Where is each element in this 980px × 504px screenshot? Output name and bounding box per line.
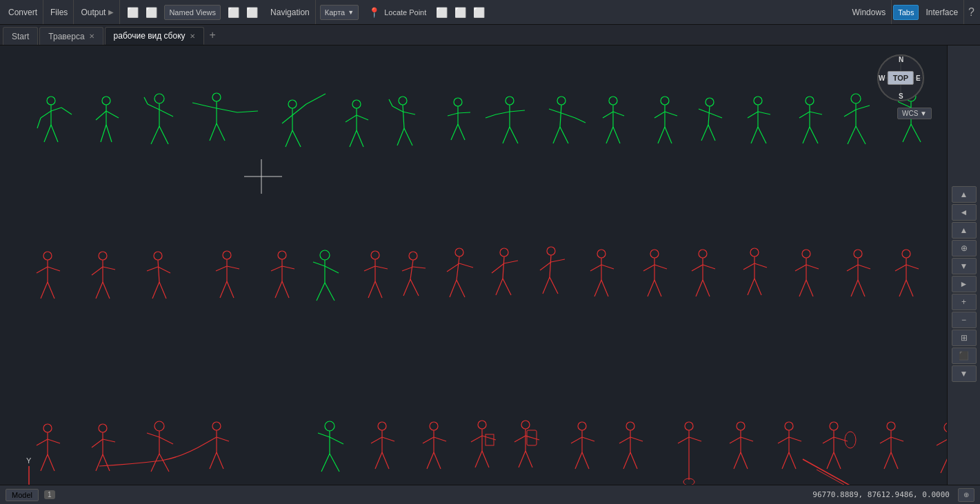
- svg-text:N: N: [899, 56, 903, 63]
- toolbar-icon-6[interactable]: ⬜: [452, 6, 469, 19]
- scroll-down-button[interactable]: ▼: [952, 365, 977, 382]
- svg-text:Y: Y: [26, 456, 32, 465]
- toolbar-icon-5[interactable]: ⬜: [433, 6, 450, 19]
- grid-toggle-button[interactable]: ⊞: [952, 330, 977, 346]
- right-toolbar: ▲ ◄ ▲ ⊕ ▼ ► + − ⊞ ⬛ ▼: [947, 46, 980, 485]
- add-tab-button[interactable]: +: [206, 29, 220, 41]
- svg-text:W: W: [879, 74, 886, 82]
- toolbar-icon-7[interactable]: ⬜: [470, 6, 488, 19]
- toolbar-windows-label: Windows: [852, 8, 886, 17]
- cad-viewport[interactable]: X Y N S E W TOP WCS ▼: [0, 46, 980, 485]
- toolbar-files-label: Files: [50, 8, 68, 17]
- toolbar-convert-label: Convert: [8, 8, 37, 17]
- tabs-btn[interactable]: Tabs: [893, 5, 919, 20]
- tab-start[interactable]: Start: [3, 27, 38, 45]
- scroll-up-icon: ▲: [960, 190, 968, 199]
- toolbar-icon-4[interactable]: ⬜: [243, 6, 261, 19]
- karta-dropdown[interactable]: Карта ▼: [320, 5, 359, 20]
- pan-up-button[interactable]: ▲: [952, 222, 977, 239]
- toolbar-navigation-label: Navigation: [270, 8, 310, 17]
- locate-point-label: Locate Point: [384, 8, 426, 17]
- toolbar-windows[interactable]: Windows: [846, 0, 892, 24]
- pan-down-button[interactable]: ▼: [952, 258, 977, 274]
- zoom-in-button[interactable]: +: [952, 294, 977, 310]
- pan-left-button[interactable]: ◄: [952, 204, 977, 221]
- zoom-out-button[interactable]: −: [952, 312, 977, 328]
- coordinate-copy-button[interactable]: ⊕: [958, 488, 974, 502]
- svg-text:S: S: [899, 92, 903, 100]
- main-toolbar: Convert Files Output ▶ ⬜ ⬜ Named Views ⬜…: [0, 0, 980, 25]
- tab-traversa[interactable]: Траверса ✕: [39, 27, 103, 45]
- cad-drawing: X Y: [0, 46, 980, 485]
- toolbar-icon-1[interactable]: ⬜: [124, 6, 141, 19]
- tab-side-view[interactable]: рабочие вид сбоку ✕: [105, 27, 204, 45]
- scroll-up-button[interactable]: ▲: [952, 186, 977, 203]
- svg-text:E: E: [916, 74, 921, 82]
- karta-dropdown-arrow: ▼: [348, 9, 354, 16]
- locate-point-icon[interactable]: 📍: [366, 6, 383, 19]
- model-badge: 1: [44, 490, 55, 499]
- pan-center-button[interactable]: ⊕: [952, 240, 977, 256]
- coordinates-display: 96770.8889, 87612.9486, 0.0000: [812, 490, 950, 499]
- toolbar-navigation[interactable]: Navigation: [265, 0, 316, 24]
- toolbar-icon-2[interactable]: ⬜: [143, 6, 160, 19]
- toolbar-convert[interactable]: Convert: [3, 0, 43, 24]
- pan-right-button[interactable]: ►: [952, 276, 977, 292]
- help-icon[interactable]: ?: [966, 5, 977, 20]
- tab-side-view-close[interactable]: ✕: [190, 32, 195, 40]
- tab-bar: Start Траверса ✕ рабочие вид сбоку ✕ +: [0, 25, 980, 46]
- status-bar: Model 1 96770.8889, 87612.9486, 0.0000 ⊕: [0, 485, 980, 504]
- compass-widget[interactable]: N S E W TOP: [877, 54, 932, 109]
- nav-cube-button[interactable]: ⬛: [952, 347, 977, 364]
- compass-top-button[interactable]: TOP: [888, 71, 914, 85]
- wcs-button[interactable]: WCS ▼: [897, 108, 932, 119]
- toolbar-output[interactable]: Output ▶: [75, 0, 120, 24]
- named-views-btn[interactable]: Named Views: [164, 5, 221, 20]
- tab-traversa-close[interactable]: ✕: [89, 32, 94, 40]
- toolbar-files[interactable]: Files: [45, 0, 74, 24]
- output-arrow-icon: ▶: [108, 8, 114, 16]
- toolbar-interface[interactable]: Interface: [920, 0, 964, 24]
- toolbar-interface-label: Interface: [926, 8, 958, 17]
- model-tab[interactable]: Model: [6, 489, 39, 501]
- toolbar-output-label: Output: [81, 8, 106, 17]
- toolbar-icon-3[interactable]: ⬜: [225, 6, 242, 19]
